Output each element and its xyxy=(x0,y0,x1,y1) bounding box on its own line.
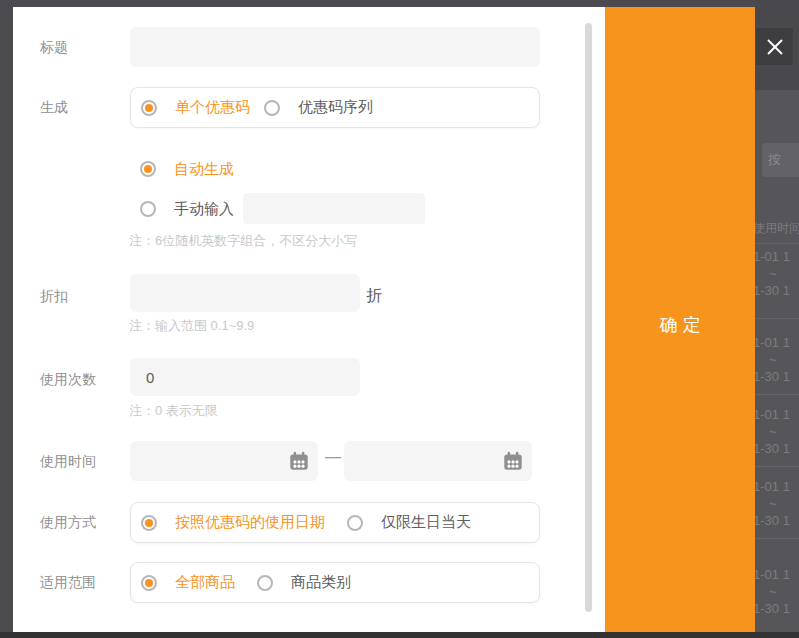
radio-single-code[interactable] xyxy=(141,100,157,116)
screen: 按 使用时间 1-01 1 ~ 1-30 1 1-01 1 ~ 1-30 1 1… xyxy=(0,0,799,638)
radio-birthday-only[interactable] xyxy=(347,515,363,531)
field-label-discount: 折扣 xyxy=(40,286,68,306)
option-label: 全部商品 xyxy=(175,573,235,592)
field-label-title: 标题 xyxy=(40,37,68,57)
table-row: 1-01 1 ~ 1-30 1 xyxy=(755,566,799,617)
usage-count-note: 注：0 表示无限 xyxy=(129,402,218,420)
overlay-bottom xyxy=(0,632,799,638)
background-column-header: 使用时间 xyxy=(755,220,799,237)
field-label-usage-method: 使用方式 xyxy=(40,512,96,532)
calendar-icon xyxy=(502,450,524,472)
date-range-separator: — xyxy=(322,448,344,466)
usage-method-option-group: 按照优惠码的使用日期 仅限生日当天 xyxy=(130,502,540,543)
close-icon xyxy=(764,36,786,58)
close-button[interactable] xyxy=(756,28,793,65)
discount-unit: 折 xyxy=(366,286,382,307)
option-product-category[interactable]: 商品类别 xyxy=(257,573,351,592)
radio-code-series[interactable] xyxy=(264,100,280,116)
option-single-code[interactable]: 单个优惠码 xyxy=(141,98,250,117)
manual-code-input[interactable] xyxy=(243,193,425,224)
option-label: 仅限生日当天 xyxy=(381,513,471,532)
confirm-button[interactable]: 确定 xyxy=(605,7,755,632)
modal-scrollbar[interactable] xyxy=(585,23,592,612)
usage-count-input[interactable] xyxy=(130,358,360,396)
radio-product-category[interactable] xyxy=(257,575,273,591)
option-label: 自动生成 xyxy=(174,160,234,179)
field-label-usage-count: 使用次数 xyxy=(40,369,96,389)
coupon-dialog: 标题 生成 单个优惠码 优惠码序列 自动生成 手动输入 注：6位随机英数字组合，… xyxy=(13,7,605,632)
option-birthday-only[interactable]: 仅限生日当天 xyxy=(347,513,471,532)
divider xyxy=(755,243,799,244)
calendar-icon xyxy=(288,450,310,472)
option-label: 优惠码序列 xyxy=(298,98,373,117)
discount-note: 注：输入范围 0.1~9.9 xyxy=(129,317,254,335)
radio-by-coupon-dates[interactable] xyxy=(141,515,157,531)
scope-option-group: 全部商品 商品类别 xyxy=(130,562,540,603)
option-auto-generate[interactable]: 自动生成 xyxy=(140,159,234,179)
end-date-picker[interactable] xyxy=(344,441,532,481)
background-page-strip: 按 使用时间 1-01 1 ~ 1-30 1 1-01 1 ~ 1-30 1 1… xyxy=(755,0,799,638)
radio-manual-input[interactable] xyxy=(140,201,156,217)
option-manual-input[interactable]: 手动输入 xyxy=(140,199,234,219)
divider xyxy=(755,318,799,319)
generate-note: 注：6位随机英数字组合，不区分大小写 xyxy=(129,232,357,250)
overlay-top xyxy=(0,0,755,7)
radio-all-products[interactable] xyxy=(141,575,157,591)
discount-input[interactable] xyxy=(130,274,360,312)
start-date-picker[interactable] xyxy=(130,441,318,481)
divider xyxy=(755,538,799,539)
divider xyxy=(755,394,799,395)
table-row: 1-01 1 ~ 1-30 1 xyxy=(755,334,799,385)
field-label-generate: 生成 xyxy=(40,97,68,117)
option-label: 单个优惠码 xyxy=(175,98,250,117)
option-label: 按照优惠码的使用日期 xyxy=(175,513,325,532)
field-label-usage-time: 使用时间 xyxy=(40,451,96,471)
table-row: 1-01 1 ~ 1-30 1 xyxy=(755,406,799,457)
generate-option-group: 单个优惠码 优惠码序列 xyxy=(130,87,540,128)
divider xyxy=(755,466,799,467)
option-by-coupon-dates[interactable]: 按照优惠码的使用日期 xyxy=(141,513,325,532)
radio-auto-generate[interactable] xyxy=(140,161,156,177)
table-row: 1-01 1 ~ 1-30 1 xyxy=(755,248,799,299)
table-row: 1-01 1 ~ 1-30 1 xyxy=(755,478,799,529)
background-filter-button: 按 xyxy=(762,143,799,177)
option-code-series[interactable]: 优惠码序列 xyxy=(264,98,373,117)
title-input[interactable] xyxy=(130,27,540,67)
confirm-button-label: 确定 xyxy=(605,313,755,337)
option-all-products[interactable]: 全部商品 xyxy=(141,573,235,592)
option-label: 手动输入 xyxy=(174,200,234,219)
option-label: 商品类别 xyxy=(291,573,351,592)
overlay-left xyxy=(0,7,13,632)
field-label-scope: 适用范围 xyxy=(40,572,96,592)
